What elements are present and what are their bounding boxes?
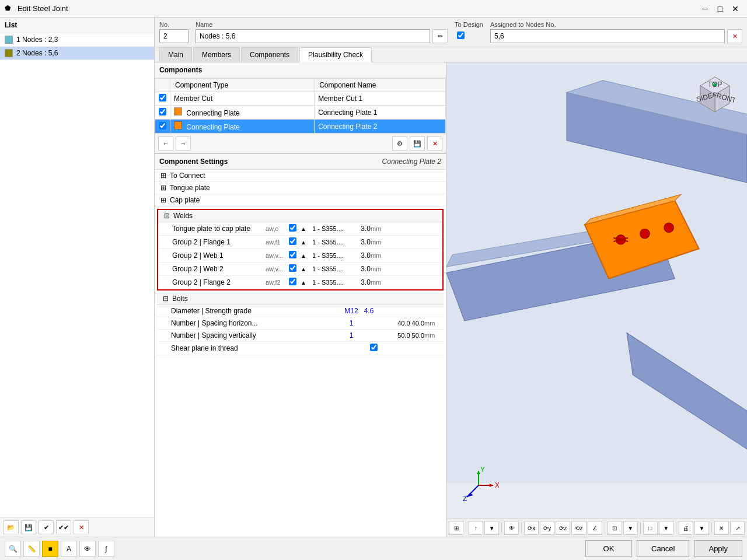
component-name: Connecting Plate 1 (315, 106, 446, 120)
weld-row[interactable]: Tongue plate to cap plate aw,c ▲ 1 - S35… (158, 222, 442, 236)
name-edit-btn[interactable]: ✏ (432, 29, 448, 43)
view-3d-angle-btn[interactable]: ∠ (588, 521, 602, 535)
assigned-input[interactable] (490, 29, 725, 43)
bolt-val: 1 (343, 319, 360, 327)
comp-save-btn[interactable]: 💾 (410, 136, 425, 150)
list-item-color (5, 36, 13, 44)
no-input[interactable] (159, 29, 189, 43)
weld-row[interactable]: Group 2 | Web 1 aw,v... ▲ 1 - S355.... 3… (158, 249, 442, 262)
row-checkbox[interactable] (159, 108, 166, 116)
view-3d-dropdown3-btn[interactable]: ▼ (659, 521, 673, 535)
tree-item-to-connect[interactable]: ⊞ To Connect (155, 170, 446, 182)
weld-material: 1 - S355.... (312, 265, 353, 272)
view-btn[interactable]: 👁 (79, 541, 96, 557)
list-header: List (0, 18, 154, 33)
weld-checkbox[interactable] (289, 278, 301, 287)
measure-btn[interactable]: 📏 (23, 541, 40, 557)
view-3d-eye-btn[interactable]: 👁 (504, 521, 519, 535)
search-btn[interactable]: 🔍 (5, 541, 21, 557)
close-button[interactable]: ✕ (728, 3, 742, 15)
tree-item-tongue-plate[interactable]: ⊞ Tongue plate (155, 182, 446, 194)
view-3d-dropdown1-btn[interactable]: ▼ (484, 521, 499, 535)
weld-label: Group 2 | Flange 2 (172, 278, 266, 286)
assigned-edit-btn[interactable]: ✕ (727, 29, 742, 43)
tab-members[interactable]: Members (193, 47, 240, 62)
minimize-button[interactable]: ─ (698, 3, 712, 15)
list-delete-btn[interactable]: ✕ (74, 520, 89, 534)
3d-scene (446, 62, 747, 483)
table-row[interactable]: Member Cut Member Cut 1 (155, 92, 446, 106)
comp-gear-btn[interactable]: ⚙ (392, 136, 407, 150)
toolbar-divider (711, 522, 712, 534)
bolt-nums: 40.0 40.0 (378, 320, 424, 327)
tab-components[interactable]: Components (241, 47, 298, 62)
component-color (174, 121, 182, 130)
bolt-row[interactable]: Number | Spacing horizon... 1 40.0 40.0 … (157, 317, 444, 330)
weld-row[interactable]: Group 2 | Web 2 aw,v... ▲ 1 - S355.... 3… (158, 262, 442, 276)
component-name: Member Cut 1 (315, 92, 446, 106)
view-3d-rotmz-btn[interactable]: ⟲z (571, 521, 586, 535)
view-3d-print-btn[interactable]: 🖨 (679, 521, 693, 535)
list-check-btn[interactable]: ✔ (39, 520, 54, 534)
window-title: Edit Steel Joint (18, 4, 68, 13)
bolt-val: 1 (343, 331, 360, 340)
view-3d-rotz-btn[interactable]: ⟳z (556, 521, 570, 535)
bolt-row[interactable]: Diameter | Strength grade M12 4.6 (157, 305, 444, 317)
svg-marker-20 (467, 493, 473, 497)
row-checkbox[interactable] (159, 122, 166, 130)
view-3d-rotate-btn[interactable]: ↑ (469, 521, 483, 535)
view-3d-export-btn[interactable]: ↗ (730, 521, 745, 535)
comp-arrow-right-btn[interactable]: → (176, 136, 191, 150)
list-item[interactable]: 1 Nodes : 2,3 (0, 33, 154, 47)
bolt-row[interactable]: Number | Spacing vertically 1 50.0 50.0 … (157, 330, 444, 342)
view-3d-render-btn[interactable]: □ (643, 521, 658, 535)
weld-size: 3.0 (353, 238, 371, 246)
view-3d-dropdown4-btn[interactable]: ▼ (694, 521, 709, 535)
list-item[interactable]: 2 Nodes : 5,6 (0, 47, 154, 60)
component-name: Connecting Plate 2 (315, 120, 446, 134)
view-3d-close-btn[interactable]: ✕ (714, 521, 729, 535)
component-type: Member Cut (174, 94, 212, 103)
list-check2-btn[interactable]: ✔✔ (56, 520, 71, 534)
weld-row[interactable]: Group 2 | Flange 2 aw,f2 ▲ 1 - S355.... … (158, 276, 442, 289)
bolts-label: Bolts (172, 295, 188, 303)
function-btn[interactable]: ∫ (98, 541, 114, 557)
table-row[interactable]: Connecting Plate Connecting Plate 1 (155, 106, 446, 120)
view-3d-rotx-btn[interactable]: ⟳x (524, 521, 539, 535)
tab-main[interactable]: Main (159, 47, 192, 62)
shear-checkbox[interactable] (370, 344, 378, 353)
ok-button[interactable]: OK (585, 540, 632, 557)
tree-item-cap-plate[interactable]: ⊞ Cap plate (155, 194, 446, 206)
maximize-button[interactable]: □ (713, 3, 727, 15)
bolt-row[interactable]: Shear plane in thread (157, 342, 444, 355)
text-btn[interactable]: A (61, 541, 77, 557)
bolts-header[interactable]: ⊟ Bolts (157, 293, 444, 305)
cube-navigator[interactable]: TOP FRONT SIDE (694, 74, 735, 115)
comp-arrow-left-btn[interactable]: ← (158, 136, 173, 150)
view-3d-dropdown2-btn[interactable]: ▼ (623, 521, 638, 535)
weld-checkbox[interactable] (289, 264, 301, 274)
tab-plausibility[interactable]: Plausibility Check (299, 47, 372, 62)
list-open-btn[interactable]: 📂 (4, 520, 19, 534)
svg-text:Z: Z (463, 495, 467, 503)
view-3d-roty-btn[interactable]: ⟳y (540, 521, 554, 535)
color-btn[interactable]: ■ (42, 541, 58, 557)
apply-button[interactable]: Apply (694, 540, 742, 557)
name-label: Name (196, 21, 448, 28)
table-row[interactable]: Connecting Plate Connecting Plate 2 (155, 120, 446, 134)
view-3d-grid-btn[interactable]: ⊞ (449, 521, 463, 535)
cancel-button[interactable]: Cancel (637, 540, 689, 557)
to-design-checkbox[interactable] (457, 32, 465, 39)
weld-checkbox[interactable] (289, 237, 301, 247)
list-toolbar: 📂 💾 ✔ ✔✔ ✕ (0, 517, 154, 537)
row-checkbox[interactable] (159, 94, 166, 102)
comp-delete-btn[interactable]: ✕ (427, 136, 442, 150)
weld-material: 1 - S355.... (312, 252, 353, 259)
name-input[interactable] (196, 29, 430, 43)
welds-header[interactable]: ⊟ Welds (158, 210, 442, 222)
weld-checkbox[interactable] (289, 224, 301, 233)
view-3d-box-btn[interactable]: ⊡ (608, 521, 622, 535)
list-save-btn[interactable]: 💾 (21, 520, 36, 534)
weld-checkbox[interactable] (289, 251, 301, 260)
weld-row[interactable]: Group 2 | Flange 1 aw,f1 ▲ 1 - S355.... … (158, 236, 442, 249)
